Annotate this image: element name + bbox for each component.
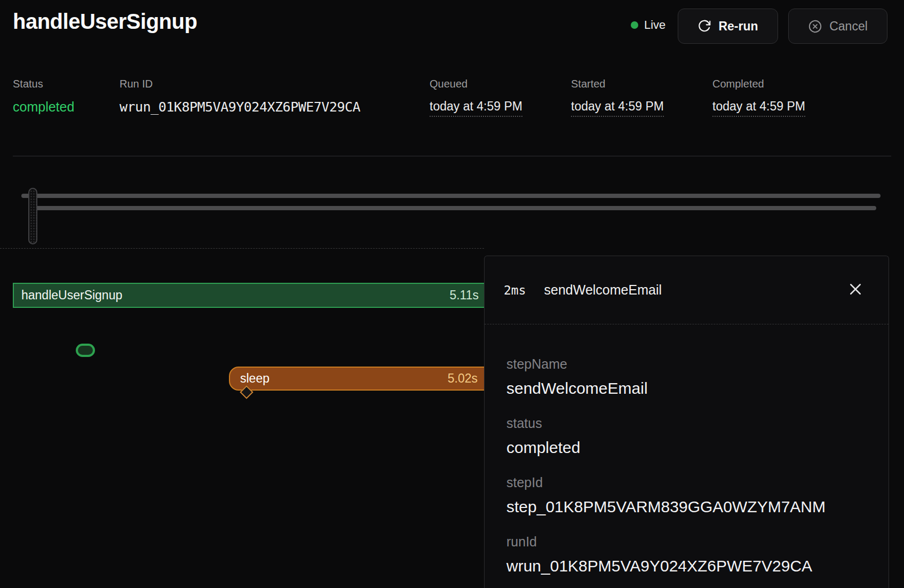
- meta-started: Started today at 4:59 PM: [571, 78, 664, 117]
- panel-step-title: sendWelcomeEmail: [544, 282, 662, 298]
- gantt-bar-label: handleUserSignup: [14, 288, 122, 303]
- started-value: today at 4:59 PM: [571, 99, 664, 117]
- workflow-run-page: handleUserSignup Live Re-run Cancel Stat…: [0, 0, 904, 588]
- live-label: Live: [644, 18, 665, 32]
- status-value: completed: [13, 99, 74, 115]
- queued-label: Queued: [430, 78, 522, 90]
- gantt-chart: handleUserSignup 5.11s sleep 5.02s: [0, 248, 484, 588]
- gantt-bar-root[interactable]: handleUserSignup 5.11s: [13, 283, 484, 308]
- cancel-button-label: Cancel: [829, 19, 868, 34]
- field-label: runId: [506, 533, 869, 550]
- field-status: status completed: [506, 415, 869, 458]
- panel-close-button[interactable]: [846, 281, 865, 300]
- close-icon: [847, 281, 863, 299]
- field-runId: runId wrun_01K8PM5VA9Y024XZ6PWE7V29CA: [506, 533, 869, 576]
- step-detail-panel: 2ms sendWelcomeEmail stepName sendWelcom…: [484, 256, 889, 588]
- gantt-bar-label: sleep: [230, 371, 269, 386]
- meta-status: Status completed: [13, 78, 74, 115]
- live-dot-icon: [631, 21, 638, 29]
- rerun-button-label: Re-run: [718, 19, 758, 34]
- refresh-icon: [697, 19, 711, 33]
- field-label: status: [506, 415, 869, 432]
- gantt-bar-duration: 5.11s: [431, 288, 479, 303]
- gantt-bar-duration: 5.02s: [430, 371, 478, 386]
- field-label: stepName: [506, 355, 869, 372]
- gantt-bar-sleep[interactable]: sleep 5.02s: [229, 367, 484, 391]
- page-title: handleUserSignup: [13, 10, 197, 34]
- section-divider: [13, 156, 891, 156]
- x-circle-icon: [808, 19, 822, 34]
- completed-label: Completed: [712, 78, 805, 90]
- field-stepId: stepId step_01K8PM5VARM839GGA0WZYM7ANM: [506, 474, 869, 517]
- queued-value: today at 4:59 PM: [430, 99, 522, 117]
- minimap-scrubber-handle[interactable]: [28, 188, 37, 244]
- panel-header: 2ms sendWelcomeEmail: [485, 256, 889, 324]
- panel-fields: stepName sendWelcomeEmail status complet…: [485, 324, 889, 576]
- field-stepName: stepName sendWelcomeEmail: [506, 355, 869, 399]
- live-indicator: Live: [631, 17, 665, 33]
- minimap-bar-sleep: [31, 206, 876, 210]
- meta-completed: Completed today at 4:59 PM: [712, 78, 805, 117]
- run-id-value: wrun_01K8PM5VA9Y024XZ6PWE7V29CA: [120, 99, 360, 115]
- completed-value: today at 4:59 PM: [712, 99, 805, 117]
- status-label: Status: [13, 78, 74, 90]
- field-value: completed: [506, 438, 869, 458]
- meta-run-id: Run ID wrun_01K8PM5VA9Y024XZ6PWE7V29CA: [120, 78, 360, 115]
- panel-step-duration: 2ms: [504, 283, 526, 297]
- minimap-bar-root: [21, 194, 881, 198]
- meta-queued: Queued today at 4:59 PM: [430, 78, 522, 117]
- gantt-bar-step-pill[interactable]: [76, 344, 95, 357]
- field-value: step_01K8PM5VARM839GGA0WZYM7ANM: [506, 497, 869, 517]
- run-id-label: Run ID: [120, 78, 360, 90]
- field-label: stepId: [506, 474, 869, 491]
- started-label: Started: [571, 78, 664, 90]
- rerun-button[interactable]: Re-run: [678, 9, 778, 44]
- field-value: wrun_01K8PM5VA9Y024XZ6PWE7V29CA: [506, 556, 869, 576]
- field-value: sendWelcomeEmail: [506, 378, 869, 399]
- cancel-button[interactable]: Cancel: [788, 9, 887, 44]
